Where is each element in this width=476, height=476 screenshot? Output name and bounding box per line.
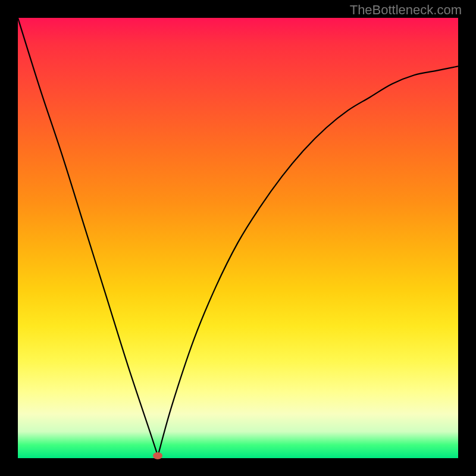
chart-plot-area bbox=[18, 18, 458, 458]
curve-path-left bbox=[18, 18, 158, 456]
curve-path-right bbox=[158, 66, 458, 456]
apex-marker bbox=[153, 452, 162, 459]
watermark-text: TheBottleneck.com bbox=[350, 2, 462, 18]
curve-svg bbox=[18, 18, 458, 458]
